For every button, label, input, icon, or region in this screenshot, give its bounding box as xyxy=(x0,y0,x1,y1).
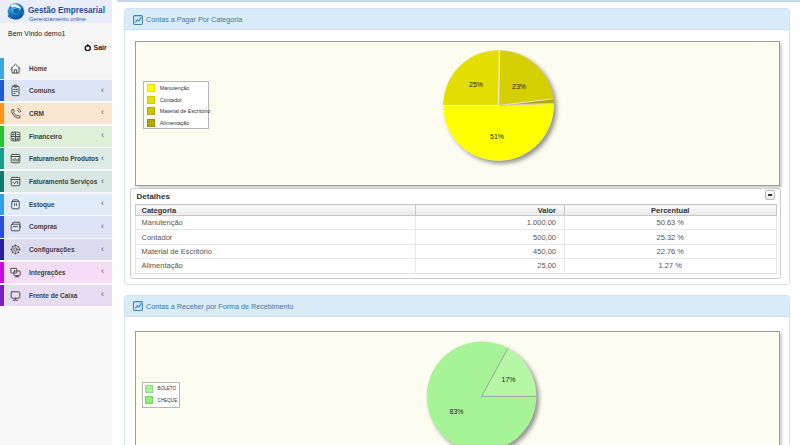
svg-text:51%: 51% xyxy=(490,133,504,140)
svg-text:25%: 25% xyxy=(469,81,483,88)
svg-text:83%: 83% xyxy=(449,408,463,415)
svg-text:17%: 17% xyxy=(501,376,515,383)
svg-text:23%: 23% xyxy=(512,83,526,90)
svg-text:Gerenciamento online: Gerenciamento online xyxy=(29,16,86,22)
svg-text:Gestão Empresarial: Gestão Empresarial xyxy=(28,6,105,15)
